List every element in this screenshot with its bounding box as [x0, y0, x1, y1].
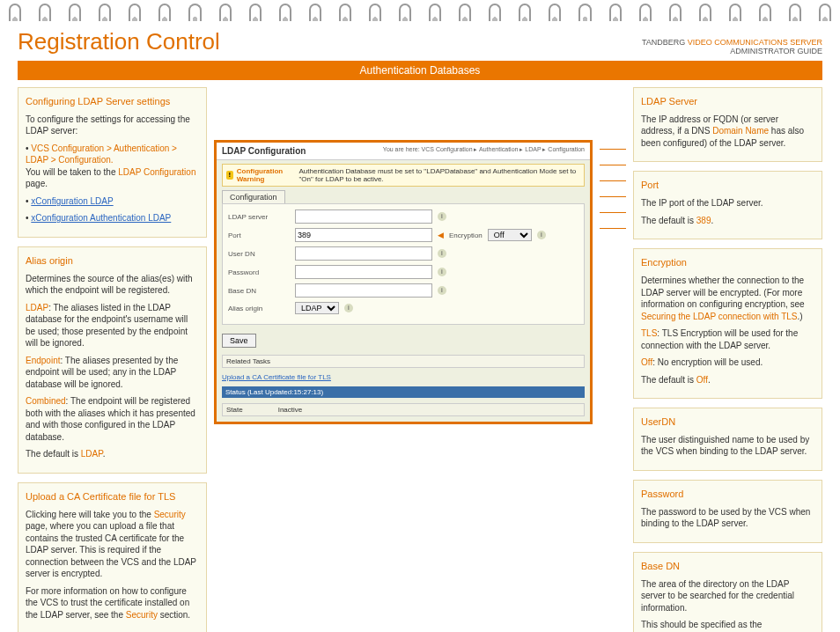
config-warning: ! Configuration Warning Authentication D…: [222, 164, 585, 187]
panel-basedn: Base DN The area of the directory on the…: [633, 552, 822, 632]
link-security-1[interactable]: Security: [154, 510, 186, 519]
select-encryption[interactable]: Off: [488, 229, 532, 241]
tab-configuration[interactable]: Configuration: [222, 190, 285, 203]
panel-port: Port The IP port of the LDAP server. The…: [633, 171, 822, 239]
panel-title: Upload a CA Certificate file for TLS: [26, 490, 199, 503]
spiral-binding: [0, 0, 840, 25]
ldap-config-screenshot: LDAP Configuration You are here: VCS Con…: [214, 140, 593, 424]
status-header: Status (Last Updated:15:27:13): [222, 386, 585, 398]
save-button[interactable]: Save: [222, 334, 256, 348]
panel-title: Alias origin: [26, 254, 199, 268]
related-tasks-header: Related Tasks: [222, 355, 585, 368]
info-icon[interactable]: i: [438, 268, 446, 276]
ss-title: LDAP Configuration: [222, 146, 306, 156]
panel-userdn: UserDN The user distinguished name to be…: [633, 408, 822, 471]
panel-config-ldap: Configuring LDAP Server settings To conf…: [18, 87, 207, 238]
input-user-dn[interactable]: [295, 246, 432, 261]
input-password[interactable]: [295, 265, 432, 279]
info-icon[interactable]: i: [537, 231, 546, 239]
status-row: StateInactive: [222, 403, 585, 416]
input-base-dn[interactable]: [295, 283, 432, 298]
doc-tag: TANDBERG VIDEO COMMUNICATIONS SERVER ADM…: [642, 38, 822, 55]
connector-lines: [600, 87, 626, 244]
warning-icon: !: [226, 171, 233, 180]
input-port[interactable]: [295, 228, 432, 242]
link-xconfig-auth-ldap[interactable]: xConfiguration Authentication LDAP: [31, 213, 171, 223]
info-icon[interactable]: i: [438, 212, 446, 221]
info-icon[interactable]: i: [438, 286, 446, 295]
info-icon[interactable]: i: [438, 249, 446, 258]
panel-title: Configuring LDAP Server settings: [26, 95, 199, 108]
page-title: Registration Control: [18, 28, 220, 55]
panel-encryption: Encryption Determines whether the connec…: [633, 248, 822, 399]
section-banner: Authentication Databases: [18, 61, 822, 80]
panel-upload-ca: Upload a CA Certificate file for TLS Cli…: [18, 482, 207, 632]
panel-ldap-server: LDAP Server The IP address or FQDN (or s…: [633, 87, 822, 162]
info-icon[interactable]: i: [344, 304, 353, 312]
link-upload-ca[interactable]: Upload a CA Certificate file for TLS: [222, 373, 331, 381]
link-security-2[interactable]: Security: [126, 610, 158, 620]
panel-password: Password The password to be used by the …: [633, 480, 822, 543]
ss-breadcrumb: You are here: VCS Configuration ▸ Authen…: [383, 146, 585, 156]
panel-alias-origin: Alias origin Determines the source of th…: [18, 246, 207, 474]
link-xconfig-ldap[interactable]: xConfiguration LDAP: [31, 196, 113, 206]
link-tls[interactable]: Securing the LDAP connection with TLS: [641, 312, 798, 321]
input-ldap-server[interactable]: [295, 209, 432, 224]
select-alias-origin[interactable]: LDAP: [295, 302, 339, 314]
